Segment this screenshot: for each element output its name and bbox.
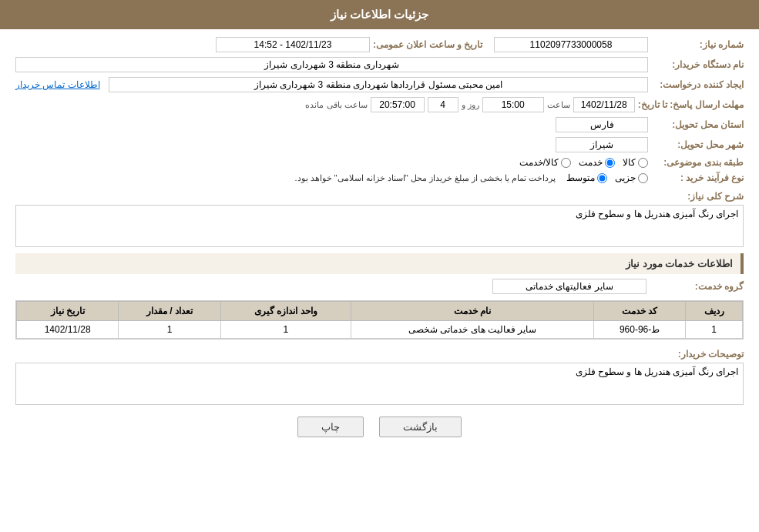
col-header-code: کد خدمت bbox=[593, 302, 685, 321]
deadline-days-label: روز و bbox=[462, 100, 479, 110]
category-option-khedmat[interactable]: خدمت bbox=[579, 157, 615, 168]
process-label-mota: متوسط bbox=[566, 172, 595, 183]
process-radio-jozi[interactable] bbox=[638, 173, 648, 183]
buttons-row: بازگشت چاپ bbox=[15, 417, 744, 437]
process-note: پرداخت تمام یا بخشی از مبلغ خریداز محل "… bbox=[294, 173, 556, 183]
services-table: ردیف کد خدمت نام خدمت واحد اندازه گیری ت… bbox=[16, 301, 743, 339]
province-value: فارس bbox=[556, 117, 648, 132]
announce-value: 1402/11/23 - 14:52 bbox=[216, 37, 370, 52]
category-label-khedmat: خدمت bbox=[579, 157, 603, 168]
category-label-kala-khedmat: کالا/خدمت bbox=[519, 157, 559, 168]
category-label-kala: کالا bbox=[623, 157, 636, 168]
need-desc-label: شرح کلی نیاز: bbox=[651, 191, 744, 202]
service-group-value: سایر فعالیتهای خدماتی bbox=[492, 279, 646, 294]
page-title: جزئیات اطلاعات نیاز bbox=[331, 8, 428, 21]
deadline-remaining-label: ساعت باقی مانده bbox=[305, 100, 367, 110]
col-header-row: ردیف bbox=[686, 302, 743, 321]
category-label: طبقه بندی موضوعی: bbox=[651, 157, 744, 168]
category-radio-group: کالا خدمت کالا/خدمت bbox=[519, 157, 648, 168]
process-radio-group: جزیی متوسط bbox=[566, 172, 648, 183]
city-label: شهر محل تحویل: bbox=[651, 139, 744, 150]
table-cell-unit: 1 bbox=[220, 321, 351, 339]
process-label: نوع فرآیند خرید : bbox=[651, 172, 744, 183]
buyer-org-value: شهرداری منطقه 3 شهرداری شیراز bbox=[15, 57, 648, 72]
table-cell-name: سایر فعالیت های خدماتی شخصی bbox=[351, 321, 594, 339]
table-cell-row: 1 bbox=[686, 321, 743, 339]
creator-value: امین محبتی مسئول قراردادها شهرداری منطقه… bbox=[109, 77, 648, 92]
province-label: استان محل تحویل: bbox=[651, 119, 744, 130]
service-group-label: گروه خدمت: bbox=[651, 281, 744, 292]
deadline-remaining: 20:57:00 bbox=[371, 97, 425, 112]
category-option-kala[interactable]: کالا bbox=[623, 157, 648, 168]
col-header-count: تعداد / مقدار bbox=[119, 302, 220, 321]
process-option-jozi[interactable]: جزیی bbox=[615, 172, 648, 183]
process-option-mota[interactable]: متوسط bbox=[566, 172, 607, 183]
creator-label: ایجاد کننده درخواست: bbox=[651, 79, 744, 90]
category-radio-kala-khedmat[interactable] bbox=[561, 158, 571, 168]
col-header-unit: واحد اندازه گیری bbox=[220, 302, 351, 321]
back-button[interactable]: بازگشت bbox=[379, 417, 462, 437]
services-table-container: ردیف کد خدمت نام خدمت واحد اندازه گیری ت… bbox=[15, 300, 744, 340]
col-header-date: تاریخ نیاز bbox=[17, 302, 119, 321]
contact-link[interactable]: اطلاعات تماس خریدار bbox=[15, 79, 100, 90]
print-button[interactable]: چاپ bbox=[297, 417, 364, 437]
table-cell-code: ط-96-960 bbox=[593, 321, 685, 339]
table-row: 1ط-96-960سایر فعالیت های خدماتی شخصی1114… bbox=[17, 321, 743, 339]
col-header-name: نام خدمت bbox=[351, 302, 594, 321]
deadline-label: مهلت ارسال پاسخ: تا تاریخ: bbox=[638, 99, 744, 110]
buyer-desc-value: اجرای رنگ آمیزی هندریل ها و سطوح فلزی bbox=[576, 366, 738, 377]
services-section-title: اطلاعات خدمات مورد نیاز bbox=[15, 253, 744, 274]
need-desc-value: اجرای رنگ آمیزی هندریل ها و سطوح فلزی bbox=[576, 209, 738, 219]
need-number-value: 1102097733000058 bbox=[494, 37, 648, 52]
page-header: جزئیات اطلاعات نیاز bbox=[0, 0, 759, 29]
category-radio-kala[interactable] bbox=[638, 158, 648, 168]
buyer-org-label: نام دستگاه خریدار: bbox=[651, 59, 744, 70]
announce-label: تاریخ و ساعت اعلان عمومی: bbox=[373, 39, 482, 50]
category-radio-khedmat[interactable] bbox=[605, 158, 615, 168]
table-cell-count: 1 bbox=[119, 321, 220, 339]
need-desc-box: اجرای رنگ آمیزی هندریل ها و سطوح فلزی bbox=[15, 205, 744, 247]
process-radio-mota[interactable] bbox=[597, 173, 607, 183]
category-option-kala-khedmat[interactable]: کالا/خدمت bbox=[519, 157, 571, 168]
process-label-jozi: جزیی bbox=[615, 172, 636, 183]
table-cell-date: 1402/11/28 bbox=[17, 321, 119, 339]
need-number-label: شماره نیاز: bbox=[651, 39, 744, 50]
buyer-desc-label: توصیحات خریدار: bbox=[651, 349, 744, 360]
city-value: شیراز bbox=[556, 137, 648, 152]
deadline-date: 1402/11/28 bbox=[573, 97, 635, 112]
deadline-time: 15:00 bbox=[482, 97, 544, 112]
deadline-time-label: ساعت bbox=[547, 100, 570, 110]
buyer-desc-box: اجرای رنگ آمیزی هندریل ها و سطوح فلزی bbox=[15, 363, 744, 405]
deadline-days: 4 bbox=[428, 97, 458, 112]
